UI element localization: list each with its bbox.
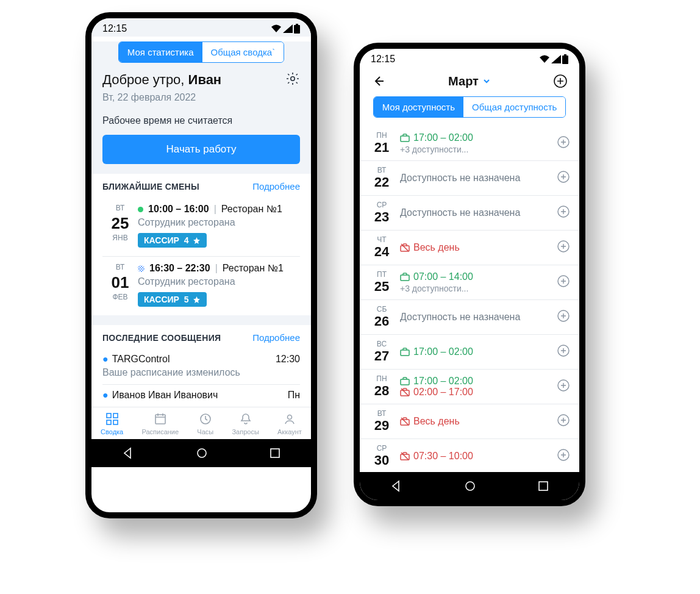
messages-section: ПОСЛЕДНИЕ СООБЩЕНИЯ Подробнее ●TARGContr… — [91, 325, 311, 407]
day-date: ПТ25 — [368, 270, 395, 295]
briefcase-icon — [400, 348, 410, 356]
svg-rect-24 — [401, 350, 409, 356]
svg-rect-13 — [562, 55, 568, 64]
gear-icon[interactable] — [285, 71, 300, 88]
messages-more-link[interactable]: Подробнее — [252, 332, 300, 343]
messages-title: ПОСЛЕДНИЕ СООБЩЕНИЯ — [102, 333, 221, 343]
tab-overall-availability[interactable]: Общая доступность — [463, 97, 565, 117]
add-slot-button[interactable] — [556, 309, 571, 326]
greeting: Доброе утро, Иван — [102, 72, 221, 88]
bell-icon — [239, 412, 252, 426]
svg-point-10 — [198, 449, 206, 457]
greeting-name: Иван — [188, 72, 222, 87]
add-slot-button[interactable] — [556, 239, 571, 256]
start-work-button[interactable]: Начать работу — [102, 135, 300, 164]
tab-schedule[interactable]: Расписание — [141, 412, 179, 435]
current-date: Вт, 22 февраля 2022 — [102, 92, 300, 103]
day-row[interactable]: СР23Доступность не назначена — [360, 196, 579, 231]
tab-requests[interactable]: Запросы — [232, 412, 259, 435]
tab-hours[interactable]: Часы — [197, 412, 213, 435]
svg-rect-26 — [401, 379, 409, 385]
day-row[interactable]: ПТ2507:00 – 14:00+3 доступности... — [360, 265, 579, 300]
day-date: СБ26 — [368, 305, 395, 329]
day-row[interactable]: ЧТ24Весь день — [360, 231, 579, 265]
tab-my-stats[interactable]: Моя статистика — [119, 42, 202, 62]
tab-account-label: Аккаунт — [277, 428, 302, 435]
status-bar: 12:15 — [91, 18, 311, 37]
day-date: ПН28 — [368, 374, 395, 399]
add-availability-button[interactable] — [552, 73, 568, 89]
day-row[interactable]: ПН2817:00 – 02:0002:00 – 17:00 — [360, 370, 579, 404]
add-slot-button[interactable] — [556, 274, 571, 291]
message-time: 12:30 — [276, 354, 300, 365]
message-row[interactable]: ●TARGControl12:30Ваше расписание изменил… — [102, 349, 300, 385]
briefcase-off-icon — [400, 388, 410, 396]
unread-dot-icon: ● — [102, 390, 109, 400]
day-row[interactable]: СБ26Доступность не назначена — [360, 300, 579, 335]
nav-back-icon[interactable] — [122, 447, 134, 459]
svg-rect-12 — [564, 54, 566, 55]
shift-row[interactable]: ВТ25ЯНВ10:00 – 16:00|Ресторан №1Сотрудни… — [102, 198, 300, 257]
day-row[interactable]: ВТ22Доступность не назначена — [360, 161, 579, 196]
svg-rect-5 — [107, 420, 111, 424]
nav-recent-icon[interactable] — [270, 448, 280, 459]
month-selector[interactable]: Март — [448, 74, 491, 88]
add-slot-button[interactable] — [556, 204, 571, 221]
nav-home-icon[interactable] — [464, 480, 476, 492]
availability-slot: 07:30 – 10:00 — [400, 451, 556, 462]
clock-icon — [199, 412, 212, 426]
day-row[interactable]: ВТ29Весь день — [360, 404, 579, 439]
add-slot-button[interactable] — [556, 378, 571, 395]
message-text: Ваше расписание изменилось — [102, 367, 300, 378]
status-icons — [539, 54, 568, 64]
role-badge: КАССИР 5 — [138, 292, 207, 307]
day-row[interactable]: ПН2117:00 – 02:00+3 доступности... — [360, 126, 579, 161]
day-date: ВТ22 — [368, 166, 395, 190]
message-time: Пн — [288, 390, 300, 401]
tab-schedule-label: Расписание — [141, 428, 179, 435]
shift-date: ВТ25ЯНВ — [102, 204, 138, 248]
nav-recent-icon[interactable] — [538, 481, 549, 492]
signal-icon — [551, 55, 561, 63]
nav-back-icon[interactable] — [390, 480, 402, 492]
tab-my-availability[interactable]: Моя доступность — [374, 97, 463, 117]
availability-slot: Весь день — [400, 416, 556, 427]
tab-summary-label: Сводка — [101, 428, 123, 435]
battery-icon — [562, 54, 568, 64]
stats-toggle: Моя статистика Общая сводка` — [118, 41, 284, 63]
add-slot-button[interactable] — [556, 170, 571, 187]
add-slot-button[interactable] — [556, 413, 571, 430]
shift-role: Сотрудник ресторана — [138, 217, 300, 228]
svg-rect-11 — [271, 449, 279, 457]
briefcase-off-icon — [400, 417, 410, 426]
role-badge: КАССИР 4 — [138, 233, 207, 248]
svg-point-33 — [466, 482, 474, 490]
add-slot-button[interactable] — [556, 448, 571, 465]
back-button[interactable] — [371, 73, 387, 89]
section-divider — [91, 315, 311, 325]
tab-summary[interactable]: Сводка — [101, 412, 123, 435]
no-availability-text: Доступность не назначена — [400, 173, 556, 184]
day-row[interactable]: СР3007:30 – 10:00 — [360, 439, 579, 474]
greeting-prefix: Доброе утро, — [102, 72, 188, 87]
message-row[interactable]: ●Иванов Иван ИвановичПн — [102, 385, 300, 407]
day-row[interactable]: ВС2717:00 – 02:00 — [360, 335, 579, 370]
svg-rect-4 — [113, 413, 118, 418]
add-slot-button[interactable] — [556, 343, 571, 360]
svg-rect-1 — [294, 25, 300, 34]
shift-row[interactable]: ВТ01ФЕВ16:30 – 22:30|Ресторан №1Сотрудни… — [102, 257, 300, 315]
shift-date: ВТ01ФЕВ — [102, 263, 138, 307]
tab-overall-stats[interactable]: Общая сводка` — [202, 42, 284, 62]
day-date: СР30 — [368, 444, 395, 468]
availability-slot: 17:00 – 02:00 — [400, 376, 556, 387]
add-slot-button[interactable] — [556, 135, 571, 152]
battery-icon — [294, 24, 300, 34]
wifi-icon — [539, 55, 550, 63]
nav-home-icon[interactable] — [196, 447, 208, 459]
svg-point-2 — [291, 77, 295, 81]
calendar-icon — [154, 412, 167, 426]
shifts-more-link[interactable]: Подробнее — [252, 181, 300, 191]
tab-account[interactable]: Аккаунт — [277, 412, 302, 435]
wifi-icon — [271, 24, 282, 33]
day-date: ЧТ24 — [368, 235, 395, 260]
